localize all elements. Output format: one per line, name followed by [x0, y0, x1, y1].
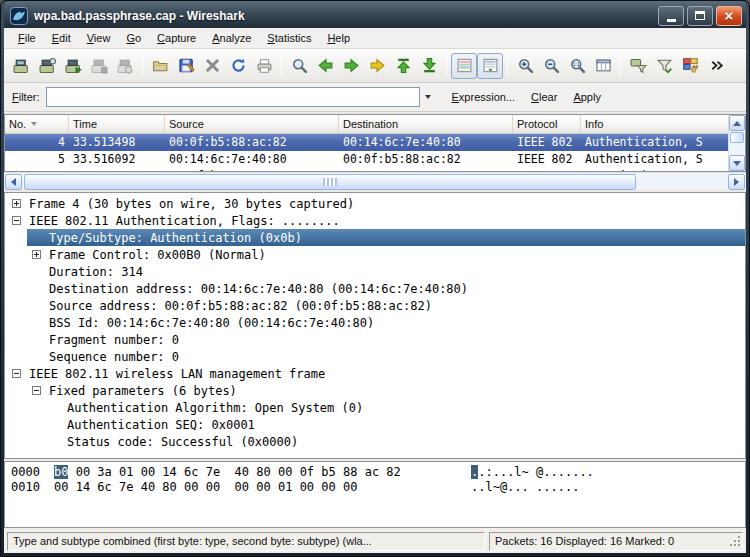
display-filter-button[interactable]: [651, 53, 677, 79]
capture-stop-button[interactable]: [86, 53, 112, 79]
capture-options-button[interactable]: [34, 53, 60, 79]
autoscroll-toggle[interactable]: [477, 53, 503, 79]
scroll-right-button[interactable]: [728, 174, 745, 190]
column-label: No.: [9, 118, 26, 130]
packet-list-vscrollbar[interactable]: [728, 115, 745, 171]
tree-row-label: IEEE 802.11 Authentication, Flags: .....…: [29, 214, 340, 228]
zoom-100-button[interactable]: 1:1: [564, 53, 590, 79]
menu-help[interactable]: Help: [319, 29, 358, 47]
resize-grip[interactable]: [729, 535, 741, 549]
menu-statistics[interactable]: Statistics: [259, 29, 319, 47]
tree-row[interactable]: Frame 4 (30 bytes on wire, 30 bytes capt…: [5, 195, 745, 212]
tree-row[interactable]: Frame Control: 0x00B0 (Normal): [5, 246, 745, 263]
toolbar-separator: [446, 55, 447, 77]
tree-row[interactable]: Status code: Successful (0x0000): [5, 433, 745, 450]
filter-input[interactable]: [46, 87, 420, 107]
packet-cell: 00:14:6c:7e:40:80: [339, 134, 513, 151]
tree-row[interactable]: Destination address: 00:14:6c:7e:40:80 (…: [5, 280, 745, 297]
open-file-button[interactable]: [147, 53, 173, 79]
tree-row-label: Frame 4 (30 bytes on wire, 30 bytes capt…: [29, 197, 354, 211]
column-header-info[interactable]: Info: [581, 115, 732, 133]
tree-row[interactable]: Type/Subtype: Authentication (0x0b): [27, 229, 745, 246]
menu-go[interactable]: Go: [118, 29, 149, 47]
tree-row[interactable]: Fragment number: 0: [5, 331, 745, 348]
go-forward-button[interactable]: [338, 53, 364, 79]
close-file-button[interactable]: [199, 53, 225, 79]
tree-row[interactable]: Fixed parameters (6 bytes): [5, 382, 745, 399]
hscroll-track[interactable]: [23, 174, 727, 190]
go-to-bottom-button[interactable]: [416, 53, 442, 79]
chevron-down-icon: [425, 95, 431, 99]
capture-restart-button[interactable]: [112, 53, 138, 79]
capture-start-button[interactable]: [60, 53, 86, 79]
maximize-button[interactable]: [687, 6, 713, 26]
scroll-up-button[interactable]: [729, 115, 745, 131]
zoom-in-button[interactable]: [512, 53, 538, 79]
go-back-button[interactable]: [312, 53, 338, 79]
menu-file[interactable]: File: [10, 29, 44, 47]
tree-row[interactable]: Duration: 314: [5, 263, 745, 280]
tree-row-label: Status code: Successful (0x0000): [67, 435, 298, 449]
go-to-packet-button[interactable]: [364, 53, 390, 79]
close-file-icon: [204, 57, 221, 74]
colorize-toggle[interactable]: [451, 53, 477, 79]
scroll-down-button[interactable]: [729, 155, 745, 171]
tree-row[interactable]: IEEE 802.11 Authentication, Flags: .....…: [5, 212, 745, 229]
tree-row[interactable]: Authentication SEQ: 0x0001: [5, 416, 745, 433]
go-to-top-button[interactable]: [390, 53, 416, 79]
toolbar-overflow-button[interactable]: [703, 53, 729, 79]
packet-list-hscrollbar[interactable]: [4, 172, 746, 190]
tree-row[interactable]: IEEE 802.11 wireless LAN management fram…: [5, 365, 745, 382]
reload-icon: [230, 57, 247, 74]
minimize-button[interactable]: [658, 6, 684, 26]
collapse-minus-icon[interactable]: [12, 216, 21, 225]
menu-analyze[interactable]: Analyze: [204, 29, 259, 47]
menu-view[interactable]: View: [79, 29, 119, 47]
packet-cell: 4: [5, 134, 69, 151]
zoom-out-button[interactable]: [538, 53, 564, 79]
clear-button[interactable]: Clear: [523, 88, 565, 106]
hscroll-thumb[interactable]: [24, 174, 636, 190]
column-header-time[interactable]: Time: [69, 115, 165, 133]
reload-button[interactable]: [225, 53, 251, 79]
capture-filter-button[interactable]: [625, 53, 651, 79]
resize-columns-button[interactable]: [590, 53, 616, 79]
column-header-protocol[interactable]: Protocol: [513, 115, 581, 133]
collapse-minus-icon[interactable]: [12, 369, 21, 378]
packet-row[interactable]: 433.51349800:0f:b5:88:ac:8200:14:6c:7e:4…: [5, 134, 745, 151]
find-packet-button[interactable]: [286, 53, 312, 79]
hex-row[interactable]: 001000 14 6c 7e 40 80 00 00 00 00 01 00 …: [11, 480, 745, 495]
scroll-left-button[interactable]: [5, 174, 22, 190]
titlebar: wpa.bad.passphrase.cap - Wireshark ×: [4, 1, 746, 28]
hex-bytes: 00 14 6c 7e 40 80 00 00 00 00 01 00 00 0…: [54, 480, 357, 494]
column-header-destination[interactable]: Destination: [339, 115, 513, 133]
menu-edit[interactable]: Edit: [44, 29, 79, 47]
list-interfaces-button[interactable]: [8, 53, 34, 79]
tree-row[interactable]: BSS Id: 00:14:6c:7e:40:80 (00:14:6c:7e:4…: [5, 314, 745, 331]
capture-start-icon: [65, 57, 82, 74]
tree-row[interactable]: Sequence number: 0: [5, 348, 745, 365]
tree-row[interactable]: Source address: 00:0f:b5:88:ac:82 (00:0f…: [5, 297, 745, 314]
expand-plus-icon[interactable]: [32, 250, 41, 259]
print-icon: [256, 57, 273, 74]
tree-row[interactable]: Authentication Algorithm: Open System (0…: [5, 399, 745, 416]
packet-row[interactable]: 533.51609200:14:6c:7e:40:8000:0f:b5:88:a…: [5, 151, 745, 168]
save-as-button[interactable]: [173, 53, 199, 79]
close-button[interactable]: ×: [716, 6, 742, 26]
coloring-rules-icon: [682, 57, 699, 74]
menu-capture[interactable]: Capture: [149, 29, 204, 47]
apply-button[interactable]: Apply: [565, 88, 609, 106]
expand-plus-icon[interactable]: [12, 199, 21, 208]
expression-button[interactable]: Expression...: [444, 88, 524, 106]
tree-row-label: IEEE 802.11 wireless LAN management fram…: [29, 367, 325, 381]
collapse-minus-icon[interactable]: [32, 386, 41, 395]
column-header-no[interactable]: No.: [5, 115, 69, 133]
hex-row[interactable]: 0000b0 00 3a 01 00 14 6c 7e 40 80 00 0f …: [11, 465, 745, 480]
tree-row-label: Fixed parameters (6 bytes): [49, 384, 237, 398]
vscroll-thumb[interactable]: [730, 132, 744, 143]
coloring-rules-button[interactable]: [677, 53, 703, 79]
arrow-right-icon: [734, 178, 739, 186]
print-button[interactable]: [251, 53, 277, 79]
filter-history-dropdown[interactable]: [420, 87, 436, 107]
column-header-source[interactable]: Source: [165, 115, 339, 133]
